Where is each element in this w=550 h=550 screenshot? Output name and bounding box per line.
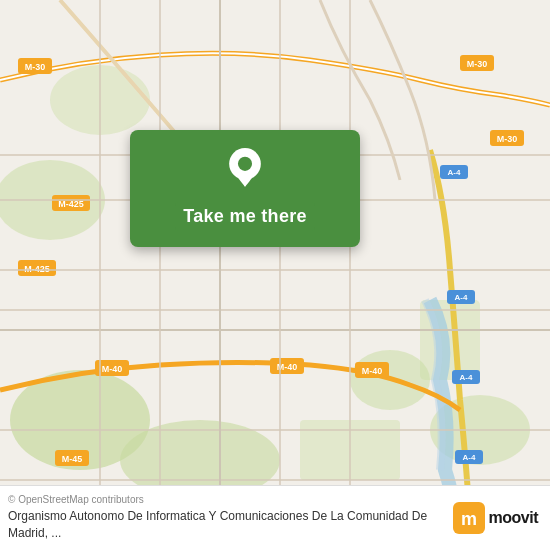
svg-text:M-425: M-425 <box>24 264 50 274</box>
location-card: Take me there <box>130 130 360 247</box>
moovit-icon: m <box>453 502 485 534</box>
svg-text:A-4: A-4 <box>460 373 473 382</box>
svg-text:M-40: M-40 <box>362 366 383 376</box>
svg-text:M-40: M-40 <box>102 364 123 374</box>
svg-point-50 <box>238 157 252 171</box>
svg-text:M-45: M-45 <box>62 454 83 464</box>
svg-text:A-4: A-4 <box>455 293 468 302</box>
take-me-there-button[interactable]: Take me there <box>175 202 315 231</box>
location-name: Organismo Autonomo De Informatica Y Comu… <box>8 508 443 542</box>
bottom-left-info: © OpenStreetMap contributors Organismo A… <box>8 494 443 542</box>
bottom-bar: © OpenStreetMap contributors Organismo A… <box>0 485 550 550</box>
moovit-logo: m moovit <box>453 502 538 534</box>
svg-text:m: m <box>461 509 477 529</box>
moovit-brand-text: moovit <box>489 509 538 527</box>
svg-text:A-4: A-4 <box>463 453 476 462</box>
svg-text:M-30: M-30 <box>497 134 518 144</box>
svg-text:M-30: M-30 <box>25 62 46 72</box>
map-pin-icon <box>223 148 267 192</box>
map-attribution: © OpenStreetMap contributors <box>8 494 443 505</box>
map-background: M-30 M-30 M-30 M-425 M-425 A-4 A-4 A-4 A… <box>0 0 550 550</box>
svg-text:M-30: M-30 <box>467 59 488 69</box>
map-container: M-30 M-30 M-30 M-425 M-425 A-4 A-4 A-4 A… <box>0 0 550 550</box>
svg-text:A-4: A-4 <box>448 168 461 177</box>
